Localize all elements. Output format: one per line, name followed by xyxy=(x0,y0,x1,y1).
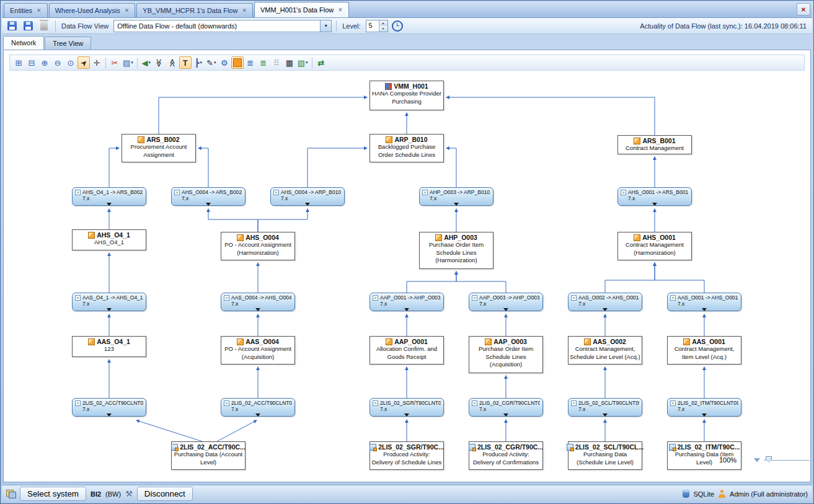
tab-network[interactable]: Network xyxy=(3,36,44,50)
disconnect-button[interactable]: Disconnect xyxy=(137,487,193,501)
node-AHP_O003[interactable]: AHP_O003Purchase Order ItemSchedule Line… xyxy=(419,232,493,269)
user-name[interactable]: Admin (Full administrator) xyxy=(730,490,808,498)
collapse-arrow-icon[interactable] xyxy=(305,203,310,206)
dropdown-arrow-icon[interactable]: ▾ xyxy=(131,60,133,65)
node-AAS_O4_1[interactable]: AAS_O4_1123 xyxy=(72,336,146,357)
transformation-2LIS_02_SCL/T90CLNT090 ->...[interactable]: »2LIS_02_SCL/T90CLNT090 ->...7.x xyxy=(568,398,642,417)
system-list-icon[interactable] xyxy=(6,490,15,498)
dropdown-arrow-icon[interactable]: ▾ xyxy=(200,60,202,65)
grid-toggle-button[interactable]: ⠿ xyxy=(270,56,283,69)
tools-icon[interactable]: ⚒ xyxy=(125,489,133,498)
chevron-down-icon[interactable]: ▼ xyxy=(320,20,331,32)
transformation-AAS_O4_1 -> AHS_O4_1[interactable]: »AAS_O4_1 -> AHS_O4_17.x xyxy=(72,293,146,311)
transformation-AHS_O001 -> ARS_B001[interactable]: »AHS_O001 -> ARS_B0017.x xyxy=(617,187,692,206)
spin-up-icon[interactable]: ▲ xyxy=(379,20,387,26)
transformation-2LIS_02_ACC/T90CLNT090 ->...[interactable]: »2LIS_02_ACC/T90CLNT090 ->...7.x xyxy=(72,398,146,417)
dropdown-arrow-icon[interactable]: ▾ xyxy=(149,60,151,65)
refresh-button[interactable]: ⇄ xyxy=(315,56,327,69)
node-AAS_O004[interactable]: AAS_O004PO - Account Assignment(Acquisit… xyxy=(221,336,295,365)
spin-down-icon[interactable]: ▼ xyxy=(379,26,387,32)
navigate-button[interactable]: ◀▾ xyxy=(140,56,153,69)
transformation-AAS_O004 -> AHS_O004[interactable]: »AAS_O004 -> AHS_O0047.x xyxy=(221,293,295,311)
node-VMM_H001[interactable]: VMM_H001HANA Composite ProviderPurchasin… xyxy=(369,81,444,110)
layers-blue-button[interactable]: ≣ xyxy=(244,56,257,69)
tab-close-icon[interactable]: ✕ xyxy=(338,7,343,13)
zoom-in-button[interactable]: ⊕ xyxy=(38,56,51,69)
node-ARP_B010[interactable]: ARP_B010Backlogged PurchaseOrder Schedul… xyxy=(369,134,444,162)
close-tab-button[interactable]: ✕ xyxy=(797,3,810,15)
node-2LIS_02_ACC[interactable]: 2LIS_02_ACC/T90C...Purchasing Data (Acco… xyxy=(171,441,246,470)
select-tool-button[interactable]: ➤ xyxy=(77,56,90,69)
collapse-arrow-icon[interactable] xyxy=(255,413,260,417)
dropdown-arrow-icon[interactable]: ▾ xyxy=(306,60,308,65)
level-stepper[interactable]: 5 ▲ ▼ xyxy=(366,20,388,32)
collapse-arrow-icon[interactable] xyxy=(454,203,459,206)
collapse-arrow-icon[interactable] xyxy=(107,413,112,417)
zoom-slider[interactable] xyxy=(764,460,810,461)
save-as-button[interactable] xyxy=(21,19,35,33)
tab-tree-view[interactable]: Tree View xyxy=(45,37,91,50)
delete-button[interactable] xyxy=(37,19,51,33)
transformation-AAS_O001 -> AHS_O001[interactable]: »AAS_O001 -> AHS_O0017.x xyxy=(667,293,741,311)
collapse-arrow-icon[interactable] xyxy=(404,413,409,417)
layers-green-button[interactable]: ≣ xyxy=(257,56,270,69)
node-2LIS_02_CGR[interactable]: 2LIS_02_CGR/T90C...Produced Activity:Del… xyxy=(469,441,543,470)
annotate-button[interactable]: ✎▾ xyxy=(205,56,218,69)
table-view-button[interactable]: ▦ xyxy=(283,56,296,69)
node-AHS_O004[interactable]: AHS_O004PO - Account Assignment(Harmoniz… xyxy=(221,232,295,260)
diagram-canvas[interactable]: 100% VMM_H001HANA Composite ProviderPurc… xyxy=(7,76,810,481)
zoom-out-button[interactable]: ⊖ xyxy=(51,56,64,69)
collapse-arrow-icon[interactable] xyxy=(503,308,508,311)
collapse-arrow-icon[interactable] xyxy=(255,308,260,311)
node-AAP_O003[interactable]: AAP_O003Purchase Order ItemSchedule Line… xyxy=(469,336,543,373)
tab-vmm-h001-data-flow[interactable]: VMM_H001's Data Flow ✕ xyxy=(254,2,349,17)
tab-close-icon[interactable]: ✕ xyxy=(37,8,42,14)
collapse-arrow-icon[interactable] xyxy=(652,203,657,206)
overview-window-button[interactable]: ⊞ xyxy=(12,56,25,69)
hierarchy-view-button[interactable]: ┣▾ xyxy=(192,56,205,69)
transformation-2LIS_02_ITM/T90CLNT090 ->...[interactable]: »2LIS_02_ITM/T90CLNT090 ->...7.x xyxy=(667,398,741,417)
level-value[interactable]: 5 xyxy=(366,20,379,32)
node-AAS_O002[interactable]: AAS_O002Contract Management,Schedule Lin… xyxy=(568,336,642,365)
tab-close-icon[interactable]: ✕ xyxy=(125,8,130,14)
collapse-arrow-icon[interactable] xyxy=(107,203,112,206)
node-ARS_B002[interactable]: ARS_B002Procurement AccountAssignment xyxy=(122,134,196,162)
node-2LIS_02_SCL[interactable]: 2LIS_02_SCL/T90CL...Purchasing Data(Sche… xyxy=(568,441,642,470)
collapse-arrow-icon[interactable] xyxy=(603,308,608,311)
tab-where-used-analysis[interactable]: Where-Used Analysis ✕ xyxy=(49,3,136,17)
transformation-AAP_O003 -> AHP_O003[interactable]: »AAP_O003 -> AHP_O0037.x xyxy=(469,293,543,311)
dropdown-arrow-icon[interactable]: ▾ xyxy=(214,60,216,65)
text-tool-button[interactable]: T xyxy=(179,56,192,69)
node-AAS_O001[interactable]: AAS_O001Contract Management,Item Level (… xyxy=(667,336,741,365)
sync-time-button[interactable] xyxy=(391,19,404,33)
node-2LIS_02_SGR[interactable]: 2LIS_02_SGR/T90C...Produced Activity:Del… xyxy=(369,441,444,470)
fit-content-button[interactable]: ⊟ xyxy=(25,56,38,69)
collapse-arrow-icon[interactable] xyxy=(107,308,112,311)
collapse-all-button[interactable]: ≫ xyxy=(166,56,179,69)
collapse-arrow-icon[interactable] xyxy=(503,413,508,417)
transformation-2LIS_02_CGR/T90CLNT090 ->...[interactable]: »2LIS_02_CGR/T90CLNT090 ->...7.x xyxy=(469,398,543,417)
collapse-arrow-icon[interactable] xyxy=(404,308,409,311)
transformation-AAS_O002 -> AHS_O001[interactable]: »AAS_O002 -> AHS_O0017.x xyxy=(568,293,642,311)
transformation-AHS_O4_1 -> ARS_B002[interactable]: »AHS_O4_1 -> ARS_B0027.x xyxy=(72,187,146,206)
node-AHS_O4_1[interactable]: AHS_O4_1AHS_O4_1 xyxy=(72,229,146,250)
select-system-button[interactable]: Select system xyxy=(20,487,86,501)
zoom-slider-thumb[interactable] xyxy=(766,456,772,463)
pan-tool-button[interactable]: ✛ xyxy=(91,56,103,69)
transformation-AHP_O003 -> ARP_B010[interactable]: »AHP_O003 -> ARP_B0107.x xyxy=(419,187,493,206)
collapse-arrow-icon[interactable] xyxy=(702,308,707,311)
collapse-arrow-icon[interactable] xyxy=(702,413,707,417)
display-options-button[interactable]: ▤▾ xyxy=(122,56,135,69)
settings-button[interactable]: ⚙ xyxy=(218,56,231,69)
save-button[interactable] xyxy=(5,19,19,33)
tab-close-icon[interactable]: ✕ xyxy=(242,8,247,14)
expand-all-button[interactable]: ≫ xyxy=(153,56,166,69)
transformation-2LIS_02_ACC/T90CLNT090 ->...[interactable]: »2LIS_02_ACC/T90CLNT090 ->...7.x xyxy=(221,398,295,417)
collapse-arrow-icon[interactable] xyxy=(206,203,211,206)
tab-entities[interactable]: Entities ✕ xyxy=(4,3,48,17)
transformation-AAP_O001 -> AHP_O003[interactable]: »AAP_O001 -> AHP_O0037.x xyxy=(369,293,444,311)
collapse-arrow-icon[interactable] xyxy=(603,413,608,417)
node-AAP_O001[interactable]: AAP_O001Allocation Confirm. andGoods Rec… xyxy=(369,336,444,365)
highlight-color-button[interactable] xyxy=(231,56,244,69)
remove-from-view-button[interactable]: ✂ xyxy=(108,56,121,69)
